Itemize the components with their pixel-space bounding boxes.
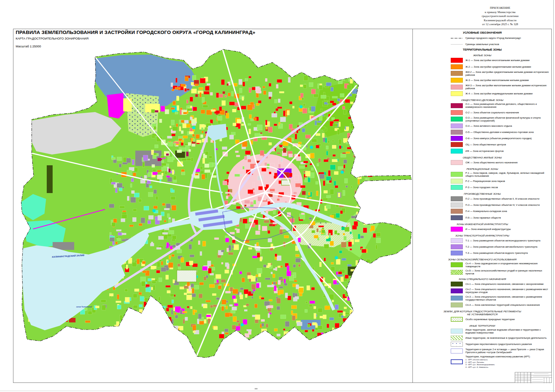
legend-swatch-JI2 — [451, 71, 463, 76]
parcel — [144, 206, 149, 210]
parcel — [242, 97, 244, 101]
parcel — [195, 94, 198, 97]
legend-item-P3: П-3 — Зона производственных объектов IV,… — [413, 203, 552, 207]
parcel — [318, 158, 321, 162]
parcel — [204, 277, 206, 281]
legend-swatch-SX5 — [451, 270, 463, 275]
parcel — [295, 134, 297, 139]
parcel — [228, 252, 233, 255]
parcel — [369, 78, 371, 79]
parcel — [266, 266, 269, 268]
city-boundary-symbol — [451, 36, 463, 41]
parcel — [351, 186, 352, 188]
parcel — [193, 139, 195, 142]
parcel — [369, 160, 374, 164]
parcel — [380, 182, 382, 186]
parcel — [341, 277, 344, 282]
parcel — [164, 220, 166, 222]
parcel — [109, 204, 114, 208]
parcel — [181, 140, 184, 143]
parcel — [328, 171, 330, 176]
parcel — [309, 74, 311, 76]
parcel — [287, 271, 291, 276]
parcel — [344, 72, 349, 76]
legend-section-header: ЗЕМЛИ, ДЛЯ КОТОРЫХ ГРАДОСТРОИТЕЛЬНЫЕ РЕГ… — [413, 310, 552, 316]
legend-label-text: Иные территории, не вовлеченные в градос… — [465, 336, 547, 339]
small-bay-label: залив Тихоновский — [76, 306, 92, 308]
parcel — [358, 179, 360, 185]
stamp-text-line — [532, 381, 543, 382]
parcel — [109, 293, 113, 296]
parcel — [133, 209, 137, 211]
parcel — [189, 261, 193, 265]
legend-label: О-5 — Общественно-деловая и коммерческо-… — [465, 131, 550, 134]
legend-item-OOPT: Особо охраняемые природные территории — [413, 317, 552, 322]
parcel — [310, 153, 314, 158]
parcel — [351, 297, 355, 300]
parcel — [398, 318, 401, 321]
legend-item-O2: О-2 — Зона объектов социального назначен… — [413, 110, 552, 115]
parcel — [381, 273, 383, 276]
parcel — [119, 330, 121, 332]
parcel — [328, 140, 329, 143]
zone-sp3 — [360, 277, 383, 292]
parcel — [311, 106, 315, 111]
parcel — [161, 261, 163, 265]
parcel — [232, 109, 236, 112]
parcel — [167, 177, 172, 182]
legend-swatch-OJ — [451, 160, 463, 165]
parcel — [191, 284, 194, 287]
parcel — [343, 190, 345, 195]
parcel — [137, 259, 139, 264]
parcel — [371, 198, 373, 200]
legend-label-text: ИФ — Зона исторических фортов — [465, 150, 504, 153]
parcel — [372, 310, 375, 312]
parcel — [285, 293, 288, 298]
parcel — [383, 311, 386, 314]
annex-line: ПРИЛОЖЕНИЕ — [451, 6, 549, 10]
parcel — [377, 278, 379, 283]
parcel — [142, 325, 143, 328]
parcel — [183, 311, 187, 313]
parcel — [308, 73, 312, 76]
parcel — [159, 236, 164, 240]
parcel — [321, 95, 326, 98]
parcel — [251, 284, 256, 289]
parcel — [168, 330, 171, 332]
parcel — [269, 92, 272, 97]
parcel — [279, 91, 284, 93]
legend-label-text: О-2 — Зона объектов социального назначен… — [465, 111, 519, 114]
parcel — [303, 84, 307, 89]
sheet-edge-line — [553, 0, 554, 392]
parcel — [122, 239, 126, 241]
parcel — [140, 180, 145, 183]
parcel — [175, 112, 178, 114]
legend-label-text: Иные территории, занятые водными объекта… — [465, 328, 541, 334]
parcel — [187, 295, 192, 300]
legend-item-SP2: Сп-2 — Зона специального назначения, свя… — [413, 288, 552, 294]
parcel — [350, 138, 352, 143]
parcel — [378, 186, 381, 188]
parcel — [225, 270, 229, 273]
parcel — [158, 215, 161, 220]
legend-item-KRT: Территории, подлежащие комплексному разв… — [413, 355, 552, 368]
parcel — [355, 303, 359, 306]
parcel — [162, 313, 165, 318]
parcel — [298, 288, 303, 293]
parcel — [315, 121, 317, 125]
parcel — [233, 123, 236, 126]
parcel — [170, 294, 174, 297]
parcel — [264, 301, 270, 306]
parcel — [127, 196, 129, 201]
parcel — [331, 262, 334, 265]
parcel — [277, 107, 282, 109]
parcel — [142, 316, 145, 318]
parcel — [213, 326, 218, 330]
legend-section-header: ЗОНЫ ТРАНСПОРТНОЙ ИНФРАСТРУКТУРЫ — [413, 234, 552, 237]
legend-label-text: О-3 — Зона размещения объектов физическо… — [465, 116, 541, 122]
parcel — [316, 182, 318, 185]
parcel — [340, 93, 344, 97]
parcel — [131, 190, 135, 193]
parcel — [150, 186, 152, 188]
parcel — [168, 263, 173, 268]
